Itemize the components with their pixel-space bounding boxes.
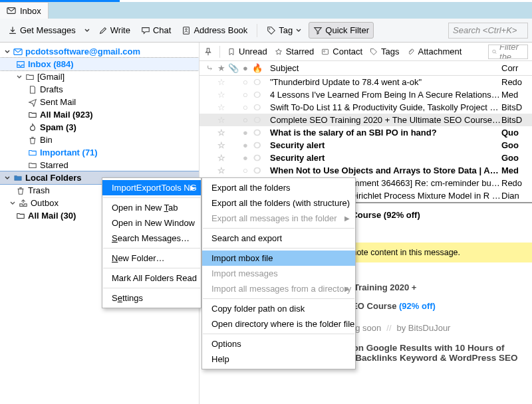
- subject-header[interactable]: Subject: [263, 63, 501, 73]
- write-button[interactable]: Write: [94, 23, 134, 38]
- folder-icon: [25, 72, 35, 82]
- folder-gmail[interactable]: [Gmail]: [0, 70, 199, 83]
- filter-contact[interactable]: Contact: [321, 47, 362, 56]
- ctx-search-export[interactable]: Search and export: [202, 231, 355, 246]
- star-icon[interactable]: ☆: [215, 90, 227, 100]
- junk-icon[interactable]: ⵔ: [251, 153, 263, 163]
- funnel-icon: [313, 26, 323, 35]
- read-icon[interactable]: ○: [239, 165, 251, 175]
- ctx-mark-all-read[interactable]: Mark All Folders Read: [102, 270, 201, 286]
- star-icon[interactable]: ☆: [215, 153, 227, 163]
- junk-icon[interactable]: ⵔ: [251, 165, 263, 175]
- read-icon[interactable]: ○: [239, 77, 251, 87]
- pin-icon[interactable]: [203, 47, 213, 56]
- column-headers: ⤷ ★ 📎 ● 🔥 Subject Corr: [200, 61, 532, 76]
- message-row[interactable]: ☆●ⵔSecurity alertGoo: [200, 139, 532, 152]
- folder-inbox[interactable]: Inbox (884): [0, 58, 199, 70]
- junk-col-icon[interactable]: 🔥: [251, 63, 263, 73]
- star-icon[interactable]: ☆: [215, 115, 227, 125]
- filter-attachment[interactable]: Attachment: [406, 47, 462, 56]
- message-row[interactable]: ☆○ⵔ4 Lessons I've Learned From Being In …: [200, 88, 532, 101]
- ctx-open-new-window[interactable]: Open in New Window: [102, 215, 201, 231]
- read-icon[interactable]: ●: [239, 140, 251, 150]
- ctx-open-new-tab[interactable]: Open in New Tab: [102, 200, 201, 215]
- message-row[interactable]: ☆○ⵔWhen Not to Use Objects and Arrays to…: [200, 164, 532, 177]
- address-book-icon: [182, 26, 191, 35]
- ctx-search-messages[interactable]: Search Messages…: [102, 231, 201, 246]
- folder-important[interactable]: Important (71): [0, 146, 199, 159]
- message-subject: Security alert: [263, 140, 501, 150]
- filter-tags[interactable]: Tags: [369, 47, 399, 56]
- ctx-import-export-tools[interactable]: ImportExportTools NG▶: [102, 180, 201, 195]
- ctx-settings[interactable]: Settings: [102, 290, 201, 306]
- message-correspondent: Quo: [501, 128, 528, 138]
- filter-unread[interactable]: Unread: [227, 47, 267, 56]
- folder-sent[interactable]: Sent Mail: [0, 96, 199, 108]
- chevron-right-icon: ▶: [344, 285, 350, 292]
- message-row[interactable]: ☆○ⵔSwift To-Do List 11 & Productivity Gu…: [200, 101, 532, 114]
- star-icon[interactable]: ☆: [215, 102, 227, 112]
- star-icon[interactable]: ☆: [215, 77, 227, 87]
- junk-icon[interactable]: ⵔ: [251, 140, 263, 150]
- folder-context-menu: ImportExportTools NG▶ Open in New Tab Op…: [102, 177, 201, 308]
- tab-inbox[interactable]: Inbox: [0, 2, 49, 19]
- message-subject: What is the salary of an SBI PO in hand?: [263, 128, 501, 138]
- message-correspondent: Med: [501, 165, 528, 175]
- chat-button[interactable]: Chat: [137, 23, 175, 38]
- star-icon[interactable]: ☆: [215, 140, 227, 150]
- ctx-new-folder[interactable]: New Folder…: [102, 251, 201, 266]
- read-icon[interactable]: ○: [239, 102, 251, 112]
- download-icon: [8, 26, 17, 35]
- read-icon[interactable]: ●: [239, 128, 251, 138]
- filter-search-input[interactable]: Filter the: [488, 45, 528, 59]
- account-row[interactable]: pcdotssoftware@gmail.com: [0, 45, 199, 58]
- star-icon[interactable]: ☆: [215, 128, 227, 138]
- folder-icon: [16, 211, 25, 221]
- ctx-export-structure[interactable]: Export all the folders (with structure): [202, 195, 355, 211]
- address-book-button[interactable]: Address Book: [178, 23, 251, 38]
- quick-filter-button[interactable]: Quick Filter: [309, 22, 374, 39]
- folder-bin[interactable]: Bin: [0, 134, 199, 146]
- ctx-copy-path[interactable]: Copy folder path on disk: [202, 301, 355, 316]
- folder-allmail[interactable]: All Mail (923): [0, 108, 199, 121]
- filter-starred[interactable]: Starred: [274, 47, 315, 56]
- read-col-icon[interactable]: ●: [239, 63, 251, 73]
- star-icon[interactable]: ☆: [215, 165, 227, 175]
- ctx-import-msgs: Import messages: [202, 266, 355, 281]
- paperclip-icon: [406, 47, 416, 56]
- junk-icon[interactable]: ⵔ: [251, 102, 263, 112]
- folder-starred[interactable]: Starred: [0, 159, 199, 171]
- attach-col-icon[interactable]: 📎: [227, 63, 239, 73]
- junk-icon[interactable]: ⵔ: [251, 115, 263, 125]
- get-messages-button[interactable]: Get Messages: [4, 23, 80, 38]
- star-col-icon[interactable]: ★: [215, 63, 227, 73]
- ctx-import-dir: Import all messages from a directory▶: [202, 281, 355, 296]
- get-messages-dropdown[interactable]: [82, 25, 92, 37]
- folder-spam[interactable]: Spam (3): [0, 121, 199, 134]
- thread-col-icon[interactable]: ⤷: [203, 63, 215, 73]
- ctx-export-all[interactable]: Export all the folders: [202, 180, 355, 195]
- junk-icon[interactable]: ⵔ: [251, 128, 263, 138]
- file-icon: [28, 85, 37, 94]
- ctx-import-mbox[interactable]: Import mbox file: [202, 251, 355, 266]
- read-icon[interactable]: ○: [239, 115, 251, 125]
- junk-icon[interactable]: ⵔ: [251, 77, 263, 87]
- tag-button[interactable]: Tag: [263, 23, 306, 38]
- message-row[interactable]: ☆○ⵔComplete SEO Training 2020 + The Ulti…: [200, 114, 532, 126]
- message-row[interactable]: ☆○ⵔ"Thunderbird Update to 78.4 went a-ok…: [200, 76, 532, 88]
- ctx-open-dir[interactable]: Open directory where is the folder file: [202, 316, 355, 332]
- read-icon[interactable]: ●: [239, 153, 251, 163]
- pencil-icon: [98, 26, 108, 35]
- global-search-input[interactable]: Search <Ctrl+K>: [448, 23, 528, 39]
- message-correspondent: Goo: [501, 140, 528, 150]
- message-correspondent: Goo: [501, 153, 528, 163]
- ctx-options[interactable]: Options: [202, 336, 355, 352]
- junk-icon[interactable]: ⵔ: [251, 90, 263, 100]
- ctx-help[interactable]: Help: [202, 352, 355, 367]
- message-subject: 4 Lessons I've Learned From Being In A S…: [263, 90, 501, 100]
- folder-drafts[interactable]: Drafts: [0, 83, 199, 96]
- read-icon[interactable]: ○: [239, 90, 251, 100]
- message-row[interactable]: ☆●ⵔWhat is the salary of an SBI PO in ha…: [200, 126, 532, 139]
- correspondent-header[interactable]: Corr: [501, 63, 528, 73]
- message-row[interactable]: ☆●ⵔSecurity alertGoo: [200, 152, 532, 164]
